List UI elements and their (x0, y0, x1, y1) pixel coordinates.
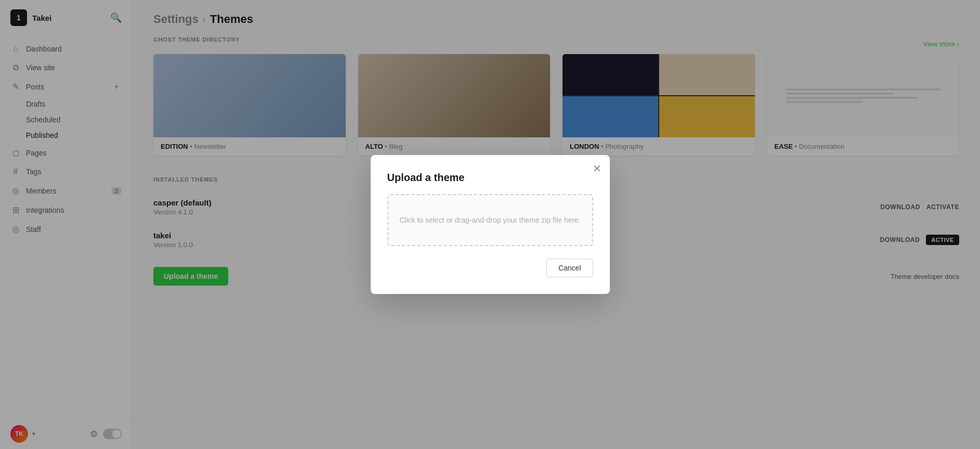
modal-close-button[interactable]: ✕ (593, 163, 602, 174)
modal-actions: Cancel (387, 259, 593, 277)
modal-overlay[interactable]: ✕ Upload a theme Click to select or drag… (0, 0, 980, 449)
file-drop-zone[interactable]: Click to select or drag-and-drop your th… (387, 194, 593, 246)
modal-cancel-button[interactable]: Cancel (546, 259, 593, 277)
upload-theme-modal: ✕ Upload a theme Click to select or drag… (371, 155, 610, 294)
modal-title: Upload a theme (387, 172, 593, 184)
